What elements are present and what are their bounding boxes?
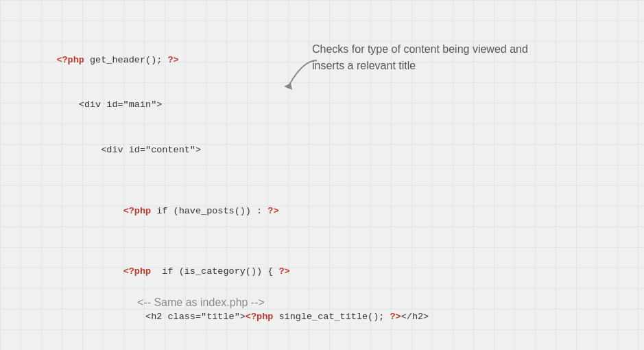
code-line-9: <?php } elseif (is_month()) { ?>: [34, 340, 644, 350]
code-line-5: <?php if (have_posts()) : ?>: [34, 189, 644, 233]
code-block: <?php get_header(); ?> <div id="main"> <…: [34, 38, 644, 350]
bottom-comment: <-- Same as index.php -->: [137, 296, 265, 309]
code-line-8: <h2 class="title"><?php single_cat_title…: [34, 294, 644, 339]
code-line-6: [34, 234, 644, 249]
code-line-2: <div id="main">: [34, 83, 644, 128]
code-line-4: [34, 173, 644, 188]
code-line-3: <div id="content">: [34, 128, 644, 173]
annotation-text: Checks for type of content being viewed …: [312, 41, 532, 74]
code-line-7: <?php if (is_category()) { ?>: [34, 249, 644, 294]
svg-marker-0: [284, 83, 292, 90]
